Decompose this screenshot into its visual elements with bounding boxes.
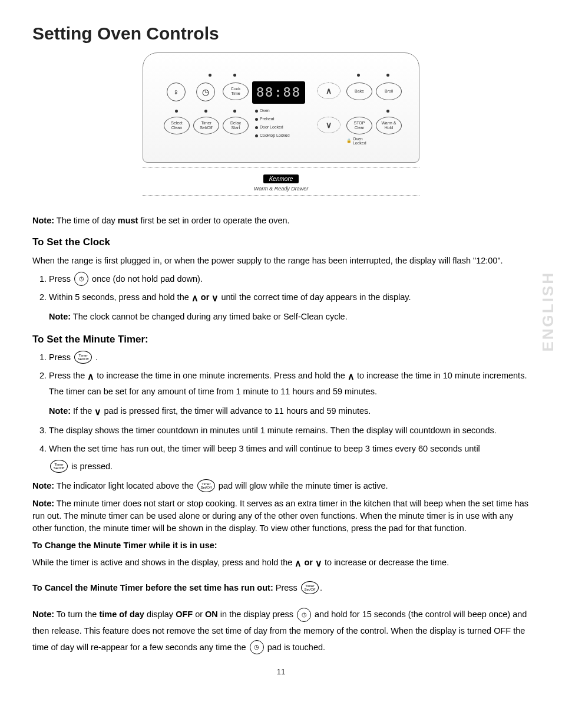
down-arrow-icon: ∨ [211, 290, 219, 306]
warm-hold-button: Warm & Hold [376, 117, 402, 134]
indicator-dot [233, 74, 236, 77]
language-tab: ENGLISH [539, 271, 557, 352]
timer-step-4: When the set time has run out, the timer… [49, 442, 530, 474]
change-timer-text: While the timer is active and shows in t… [32, 556, 530, 570]
down-arrow-panel: ∨ [317, 117, 340, 133]
indicator-dot [175, 110, 178, 113]
select-clean-button: Select Clean [164, 117, 190, 134]
up-arrow-icon: ∧ [348, 368, 355, 384]
indicator-dot [357, 74, 360, 77]
indicator-oven: Oven [255, 108, 270, 113]
clock-display: 88:88 [252, 81, 305, 104]
down-arrow-icon: ∨ [94, 404, 101, 420]
clock-icon: ◷ [250, 640, 264, 654]
indicator-dot [209, 74, 211, 77]
timer-step-2: Press the ∧ to increase the time in one … [49, 368, 530, 420]
heading-cancel-timer: To Cancel the Minute Timer before the se… [32, 582, 530, 595]
timer-set-off-icon: TimerSet/Off [50, 460, 68, 473]
indicator-door-locked: Door Locked [255, 125, 283, 129]
indicator-dot [386, 74, 389, 77]
indicator-cooktop-locked: Cooktop Locked [255, 133, 290, 137]
heading-set-timer: To Set the Minute Timer: [32, 332, 530, 347]
clock-icon: ◷ [74, 272, 88, 286]
indicator-dot [386, 110, 389, 113]
page-number: 11 [32, 667, 530, 676]
indicator-oven-locked: 🔒 Oven Locked [346, 137, 366, 145]
heading-change-timer: To Change the Minute Timer while it is i… [32, 539, 530, 552]
timer-set-off-icon: TimerSet/Off [197, 479, 215, 492]
cook-time-button: Cook Time [223, 83, 249, 100]
indicator-dot [233, 110, 236, 113]
timer-step-3: The display shows the timer countdown in… [49, 423, 530, 438]
heading-set-clock: To Set the Clock [32, 235, 530, 250]
oven-light-button: ♀ [167, 83, 186, 101]
clock-button-panel: ◷ [196, 83, 215, 101]
note-time-of-day-toggle: Note: To turn the time of day display OF… [32, 607, 530, 655]
broil-button: Broil [376, 83, 402, 100]
clock-intro: When the range is first plugged in, or w… [32, 255, 530, 267]
timer-set-off-icon: TimerSet/Off [74, 351, 92, 364]
note-minute-timer-long: Note: The minute timer does not start or… [32, 498, 530, 535]
up-arrow-icon: ∧ [191, 290, 199, 306]
brand-badge: Kenmore [263, 174, 299, 183]
clock-step-1: Press ◷ once (do not hold pad down). [49, 272, 530, 286]
page-title: Setting Oven Controls [32, 24, 530, 44]
note-indicator: Note: The indicator light located above … [32, 480, 530, 493]
clock-icon: ◷ [297, 608, 311, 622]
timer-step-1: Press TimerSet/Off . [49, 350, 530, 365]
up-arrow-icon: ∧ [295, 556, 302, 570]
up-arrow-panel: ∧ [317, 83, 340, 99]
down-arrow-icon: ∨ [315, 556, 322, 570]
up-arrow-icon: ∧ [87, 368, 94, 384]
drawer-label: Warm & Ready Drawer [143, 186, 419, 192]
timer-set-off-icon: TimerSet/Off [301, 581, 319, 594]
indicator-preheat: Preheat [255, 117, 275, 121]
indicator-dot [204, 110, 207, 113]
timer-button-panel: Timer Set/Off [193, 117, 219, 134]
delay-start-button: Delay Start [223, 117, 249, 134]
top-note: Note: The time of day must first be set … [32, 215, 530, 227]
clock-step-2: Within 5 seconds, press and hold the ∧ o… [49, 290, 530, 324]
stop-clear-button: STOP Clear [346, 117, 372, 134]
control-panel-figure: ♀ ◷ Cook Time 88:88 ∧ Bake Broil Select … [32, 52, 530, 200]
bake-button: Bake [346, 83, 372, 100]
